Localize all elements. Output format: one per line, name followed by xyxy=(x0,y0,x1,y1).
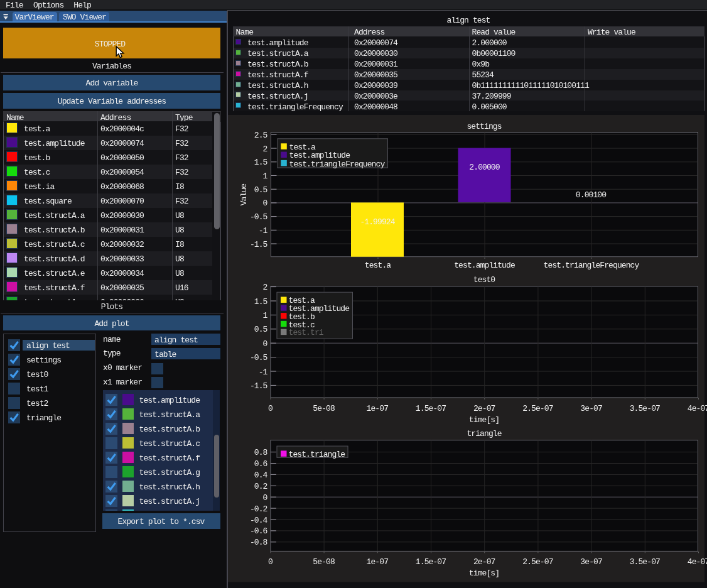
svg-text:2e-07: 2e-07 xyxy=(473,404,495,413)
svg-text:-0.2: -0.2 xyxy=(250,504,267,514)
svg-text:-1.99924: -1.99924 xyxy=(360,217,395,227)
svg-text:-1: -1 xyxy=(259,368,268,377)
svg-text:test.a: test.a xyxy=(365,261,392,270)
svg-text:3.5e-07: 3.5e-07 xyxy=(630,557,660,567)
svg-text:-0.6: -0.6 xyxy=(250,526,267,536)
svg-text:1: 1 xyxy=(263,311,268,320)
svg-text:1.5: 1.5 xyxy=(254,158,267,167)
svg-text:time[s]: time[s] xyxy=(469,415,499,425)
svg-text:time[s]: time[s] xyxy=(469,569,499,578)
svg-text:-0.5: -0.5 xyxy=(250,353,267,362)
svg-text:4e-07: 4e-07 xyxy=(688,557,707,567)
svg-text:test.triangleFrequency: test.triangleFrequency xyxy=(544,261,640,270)
svg-text:-0.8: -0.8 xyxy=(250,538,267,547)
svg-text:5e-08: 5e-08 xyxy=(313,557,335,567)
svg-text:4e-07: 4e-07 xyxy=(688,404,707,413)
svg-text:0.2: 0.2 xyxy=(254,482,267,491)
svg-text:2.5e-07: 2.5e-07 xyxy=(522,404,553,413)
svg-text:1: 1 xyxy=(263,172,268,181)
svg-text:triangle: triangle xyxy=(467,429,501,438)
svg-text:-1.5: -1.5 xyxy=(250,240,267,249)
svg-text:2e-07: 2e-07 xyxy=(473,557,495,567)
svg-text:test0: test0 xyxy=(473,275,495,285)
svg-text:Value: Value xyxy=(239,184,249,206)
svg-text:1e-07: 1e-07 xyxy=(367,557,389,567)
svg-text:-1.5: -1.5 xyxy=(250,381,267,391)
svg-text:0.00100: 0.00100 xyxy=(576,190,606,200)
svg-text:0.8: 0.8 xyxy=(254,448,267,457)
svg-text:0: 0 xyxy=(268,404,273,413)
svg-text:test.tri: test.tri xyxy=(289,328,324,337)
svg-text:test.triangle: test.triangle xyxy=(289,450,345,459)
svg-text:2.00000: 2.00000 xyxy=(469,163,499,172)
svg-text:-0.5: -0.5 xyxy=(250,212,267,222)
svg-text:3e-07: 3e-07 xyxy=(580,557,602,567)
svg-text:1e-07: 1e-07 xyxy=(367,404,389,413)
svg-text:2.5e-07: 2.5e-07 xyxy=(522,557,553,567)
svg-text:0: 0 xyxy=(268,557,273,567)
svg-text:0.5: 0.5 xyxy=(254,325,267,334)
svg-text:0.5: 0.5 xyxy=(254,185,267,195)
svg-text:2: 2 xyxy=(263,283,267,292)
svg-text:5e-08: 5e-08 xyxy=(313,404,335,413)
svg-text:0.4: 0.4 xyxy=(254,471,268,480)
svg-text:1.5: 1.5 xyxy=(254,297,267,307)
svg-text:-1: -1 xyxy=(259,226,268,236)
svg-text:0: 0 xyxy=(263,339,267,349)
svg-text:1.5e-07: 1.5e-07 xyxy=(416,404,446,413)
svg-text:3e-07: 3e-07 xyxy=(580,404,602,413)
svg-text:2: 2 xyxy=(263,144,267,154)
svg-text:test.triangleFrequency: test.triangleFrequency xyxy=(289,160,386,169)
svg-text:settings: settings xyxy=(467,122,501,131)
svg-text:0: 0 xyxy=(263,493,267,503)
svg-text:3.5e-07: 3.5e-07 xyxy=(630,404,660,413)
svg-text:test.amplitude: test.amplitude xyxy=(454,261,515,270)
svg-text:0.6: 0.6 xyxy=(254,459,267,469)
svg-text:2.5: 2.5 xyxy=(254,131,267,140)
svg-text:1.5e-07: 1.5e-07 xyxy=(416,557,446,567)
svg-text:-0.4: -0.4 xyxy=(250,516,268,525)
svg-text:0: 0 xyxy=(263,199,267,208)
